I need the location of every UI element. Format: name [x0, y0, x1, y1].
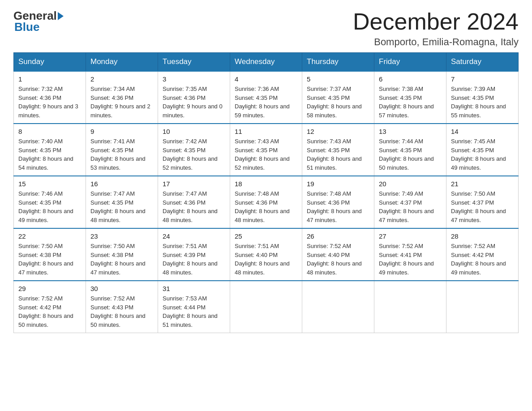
calendar-cell: 23 Sunrise: 7:50 AM Sunset: 4:38 PM Dayl…	[86, 228, 158, 281]
sunset-text: Sunset: 4:37 PM	[451, 199, 494, 206]
calendar-cell: 25 Sunrise: 7:51 AM Sunset: 4:40 PM Dayl…	[230, 228, 302, 281]
sunset-text: Sunset: 4:39 PM	[163, 252, 206, 258]
sunrise-text: Sunrise: 7:51 AM	[163, 243, 207, 249]
day-number: 10	[163, 128, 225, 135]
sunrise-text: Sunrise: 7:52 AM	[307, 243, 351, 249]
day-info: Sunrise: 7:42 AM Sunset: 4:35 PM Dayligh…	[163, 137, 225, 172]
day-number: 5	[307, 75, 369, 83]
calendar-cell: 8 Sunrise: 7:40 AM Sunset: 4:35 PM Dayli…	[14, 124, 86, 176]
daylight-text: Daylight: 8 hours and 48 minutes.	[235, 260, 290, 276]
week-row-4: 22 Sunrise: 7:50 AM Sunset: 4:38 PM Dayl…	[14, 228, 519, 281]
sunrise-text: Sunrise: 7:50 AM	[18, 243, 63, 249]
day-number: 1	[18, 75, 81, 83]
day-info: Sunrise: 7:52 AM Sunset: 4:40 PM Dayligh…	[307, 242, 369, 277]
sunrise-text: Sunrise: 7:37 AM	[307, 86, 351, 92]
day-number: 20	[379, 180, 442, 188]
day-info: Sunrise: 7:50 AM Sunset: 4:38 PM Dayligh…	[90, 242, 153, 277]
day-info: Sunrise: 7:41 AM Sunset: 4:35 PM Dayligh…	[90, 137, 153, 172]
month-title: December 2024	[353, 9, 519, 34]
day-info: Sunrise: 7:53 AM Sunset: 4:44 PM Dayligh…	[163, 294, 225, 329]
day-info: Sunrise: 7:38 AM Sunset: 4:35 PM Dayligh…	[379, 85, 442, 120]
sunset-text: Sunset: 4:36 PM	[307, 199, 350, 206]
sunset-text: Sunset: 4:35 PM	[451, 147, 494, 154]
sunrise-text: Sunrise: 7:36 AM	[235, 86, 279, 92]
daylight-text: Daylight: 8 hours and 58 minutes.	[307, 103, 362, 119]
day-number: 14	[451, 128, 514, 135]
calendar-cell: 27 Sunrise: 7:52 AM Sunset: 4:41 PM Dayl…	[374, 228, 446, 281]
day-info: Sunrise: 7:50 AM Sunset: 4:37 PM Dayligh…	[451, 189, 514, 224]
day-number: 23	[90, 232, 153, 240]
sunset-text: Sunset: 4:38 PM	[18, 252, 61, 258]
day-number: 16	[90, 180, 153, 188]
day-number: 2	[90, 75, 153, 83]
daylight-text: Daylight: 8 hours and 50 minutes.	[90, 313, 146, 328]
calendar-cell: 11 Sunrise: 7:43 AM Sunset: 4:35 PM Dayl…	[230, 124, 302, 176]
daylight-text: Daylight: 8 hours and 59 minutes.	[235, 103, 290, 119]
calendar-cell: 30 Sunrise: 7:52 AM Sunset: 4:43 PM Dayl…	[86, 281, 158, 333]
sunrise-text: Sunrise: 7:40 AM	[18, 138, 63, 145]
daylight-text: Daylight: 9 hours and 2 minutes.	[90, 103, 150, 119]
calendar-cell: 16 Sunrise: 7:47 AM Sunset: 4:35 PM Dayl…	[86, 176, 158, 228]
sunrise-text: Sunrise: 7:45 AM	[451, 138, 495, 145]
day-info: Sunrise: 7:40 AM Sunset: 4:35 PM Dayligh…	[18, 137, 81, 172]
sunrise-text: Sunrise: 7:43 AM	[307, 138, 351, 145]
daylight-text: Daylight: 8 hours and 52 minutes.	[235, 155, 290, 171]
day-info: Sunrise: 7:52 AM Sunset: 4:42 PM Dayligh…	[18, 294, 81, 329]
daylight-text: Daylight: 8 hours and 50 minutes.	[379, 155, 434, 171]
daylight-text: Daylight: 8 hours and 47 minutes.	[90, 260, 146, 276]
logo: General Blue	[13, 9, 64, 34]
day-info: Sunrise: 7:51 AM Sunset: 4:40 PM Dayligh…	[235, 242, 297, 277]
sunrise-text: Sunrise: 7:34 AM	[90, 86, 135, 92]
calendar-cell: 7 Sunrise: 7:39 AM Sunset: 4:35 PM Dayli…	[446, 71, 519, 124]
header-sunday: Sunday	[14, 53, 86, 72]
daylight-text: Daylight: 8 hours and 48 minutes.	[90, 208, 146, 223]
day-number: 22	[18, 232, 81, 240]
day-number: 11	[235, 128, 297, 135]
day-info: Sunrise: 7:36 AM Sunset: 4:35 PM Dayligh…	[235, 85, 297, 120]
day-number: 30	[90, 285, 153, 292]
day-info: Sunrise: 7:44 AM Sunset: 4:35 PM Dayligh…	[379, 137, 442, 172]
calendar-cell: 29 Sunrise: 7:52 AM Sunset: 4:42 PM Dayl…	[14, 281, 86, 333]
daylight-text: Daylight: 8 hours and 47 minutes.	[451, 208, 506, 223]
daylight-text: Daylight: 8 hours and 47 minutes.	[379, 208, 434, 223]
calendar-cell: 1 Sunrise: 7:32 AM Sunset: 4:36 PM Dayli…	[14, 71, 86, 124]
weekday-header-row: Sunday Monday Tuesday Wednesday Thursday…	[14, 53, 519, 72]
calendar-cell: 24 Sunrise: 7:51 AM Sunset: 4:39 PM Dayl…	[158, 228, 230, 281]
sunset-text: Sunset: 4:35 PM	[90, 199, 133, 206]
sunset-text: Sunset: 4:35 PM	[379, 147, 422, 154]
calendar-cell: 26 Sunrise: 7:52 AM Sunset: 4:40 PM Dayl…	[302, 228, 374, 281]
sunset-text: Sunset: 4:35 PM	[307, 94, 350, 101]
header-wednesday: Wednesday	[230, 53, 302, 72]
sunset-text: Sunset: 4:41 PM	[379, 252, 422, 258]
sunset-text: Sunset: 4:40 PM	[235, 252, 278, 258]
week-row-2: 8 Sunrise: 7:40 AM Sunset: 4:35 PM Dayli…	[14, 124, 519, 176]
day-number: 7	[451, 75, 514, 83]
day-info: Sunrise: 7:45 AM Sunset: 4:35 PM Dayligh…	[451, 137, 514, 172]
header-saturday: Saturday	[446, 53, 519, 72]
header-tuesday: Tuesday	[158, 53, 230, 72]
calendar-cell: 19 Sunrise: 7:48 AM Sunset: 4:36 PM Dayl…	[302, 176, 374, 228]
calendar-cell: 18 Sunrise: 7:48 AM Sunset: 4:36 PM Dayl…	[230, 176, 302, 228]
sunset-text: Sunset: 4:43 PM	[90, 304, 133, 311]
sunset-text: Sunset: 4:36 PM	[90, 94, 133, 101]
sunrise-text: Sunrise: 7:51 AM	[235, 243, 279, 249]
sunrise-text: Sunrise: 7:38 AM	[379, 86, 423, 92]
calendar-cell: 4 Sunrise: 7:36 AM Sunset: 4:35 PM Dayli…	[230, 71, 302, 124]
day-number: 12	[307, 128, 369, 135]
calendar-cell: 31 Sunrise: 7:53 AM Sunset: 4:44 PM Dayl…	[158, 281, 230, 333]
calendar-cell	[374, 281, 446, 333]
day-info: Sunrise: 7:48 AM Sunset: 4:36 PM Dayligh…	[235, 189, 297, 224]
daylight-text: Daylight: 8 hours and 47 minutes.	[307, 208, 362, 223]
sunset-text: Sunset: 4:36 PM	[163, 199, 206, 206]
day-number: 18	[235, 180, 297, 188]
daylight-text: Daylight: 8 hours and 55 minutes.	[451, 103, 506, 119]
header-monday: Monday	[86, 53, 158, 72]
header-thursday: Thursday	[302, 53, 374, 72]
calendar-cell: 13 Sunrise: 7:44 AM Sunset: 4:35 PM Dayl…	[374, 124, 446, 176]
day-info: Sunrise: 7:52 AM Sunset: 4:41 PM Dayligh…	[379, 242, 442, 277]
sunrise-text: Sunrise: 7:49 AM	[379, 190, 423, 197]
sunrise-text: Sunrise: 7:44 AM	[379, 138, 423, 145]
calendar-table: Sunday Monday Tuesday Wednesday Thursday…	[13, 52, 519, 333]
week-row-5: 29 Sunrise: 7:52 AM Sunset: 4:42 PM Dayl…	[14, 281, 519, 333]
sunrise-text: Sunrise: 7:35 AM	[163, 86, 207, 92]
